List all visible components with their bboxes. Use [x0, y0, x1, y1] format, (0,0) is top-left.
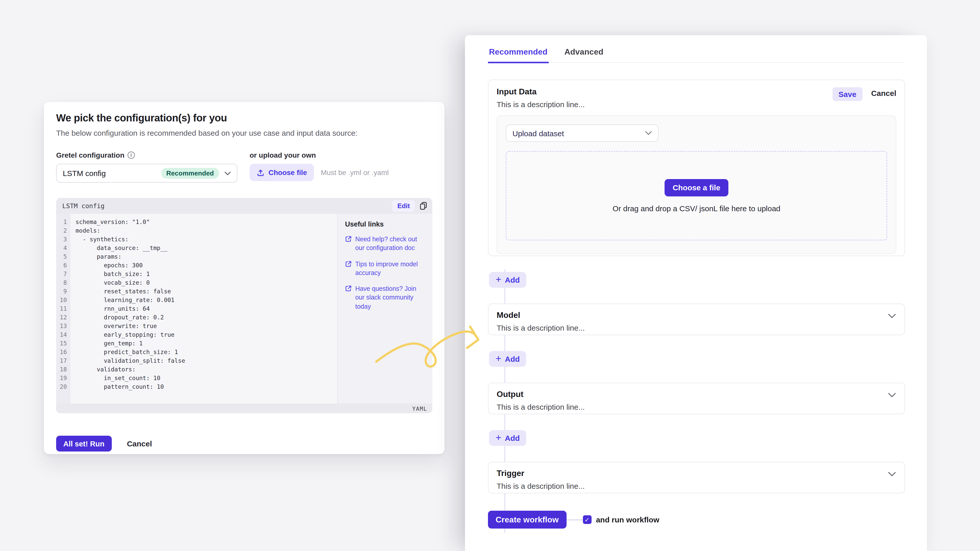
- chevron-down-icon[interactable]: [888, 314, 896, 318]
- useful-link[interactable]: Tips to improve model accuracy: [345, 260, 425, 278]
- code-line: overwrite: true: [76, 322, 337, 330]
- tab-recommended[interactable]: Recommended: [488, 48, 549, 63]
- plus-icon: +: [496, 354, 501, 363]
- external-link-icon: [345, 260, 352, 278]
- useful-link-label: Tips to improve model accuracy: [355, 260, 425, 278]
- section-title: Output: [496, 390, 896, 399]
- code-header: LSTM config Edit: [56, 198, 432, 214]
- line-number: 16: [56, 348, 70, 357]
- line-number: 6: [56, 261, 70, 270]
- section-title: Trigger: [496, 469, 896, 478]
- edit-button[interactable]: Edit: [392, 200, 415, 212]
- line-number: 14: [56, 330, 70, 339]
- chevron-down-icon: [645, 131, 652, 135]
- dataset-select[interactable]: Upload dataset: [506, 124, 659, 142]
- input-cancel-button[interactable]: Cancel: [871, 89, 896, 97]
- line-number: 13: [56, 322, 70, 330]
- config-label-row: Gretel configuration i: [56, 151, 237, 159]
- run-workflow-label[interactable]: and run workflow: [596, 515, 659, 524]
- input-data-card: Input Data This is a description line...…: [488, 79, 905, 256]
- checkbox-connector-line: [566, 519, 583, 520]
- useful-links-panel: Useful links Need help? check out our co…: [337, 214, 432, 403]
- code-line: models:: [76, 227, 337, 235]
- section-title: Model: [496, 311, 896, 320]
- line-number: 5: [56, 252, 70, 261]
- code-line: in_set_count: 10: [76, 374, 337, 383]
- code-line: gen_temp: 1: [76, 339, 337, 348]
- card-subtitle: The below configuration is recommended b…: [56, 129, 432, 137]
- useful-link[interactable]: Have questions? Join our slack community…: [345, 285, 425, 311]
- config-select[interactable]: LSTM config Recommended: [56, 164, 237, 183]
- line-number: 10: [56, 296, 70, 305]
- line-number: 11: [56, 305, 70, 313]
- code-line: reset_states: false: [76, 287, 337, 296]
- add-step-button-3[interactable]: +Add: [489, 430, 527, 446]
- section-card-trigger[interactable]: TriggerThis is a description line...: [488, 462, 905, 493]
- line-number: 15: [56, 339, 70, 348]
- useful-links-list: Need help? check out our configuration d…: [345, 235, 425, 311]
- code-line: schema_version: "1.0": [76, 218, 337, 227]
- app-background: We pick the configuration(s) for you The…: [0, 0, 980, 551]
- code-line: early_stopping: true: [76, 330, 337, 339]
- section-card-model[interactable]: ModelThis is a description line...: [488, 303, 905, 335]
- add-step-button-2[interactable]: +Add: [489, 351, 527, 367]
- input-data-description: This is a description line...: [496, 100, 832, 109]
- useful-link[interactable]: Need help? check out our configuration d…: [345, 235, 425, 253]
- section-description: This is a description line...: [496, 482, 896, 490]
- add-label: Add: [505, 354, 520, 363]
- code-line: pattern_count: 10: [76, 383, 337, 391]
- create-workflow-button[interactable]: Create workflow: [488, 511, 566, 529]
- code-line: epochs: 300: [76, 261, 337, 270]
- plus-icon: +: [496, 275, 501, 284]
- input-data-title: Input Data: [496, 87, 832, 97]
- line-number: 8: [56, 279, 70, 287]
- save-button[interactable]: Save: [832, 87, 862, 101]
- code-line: batch_size: 1: [76, 270, 337, 279]
- code-editor: 1234567891011121314151617181920 schema_v…: [56, 214, 432, 403]
- config-form-row: Gretel configuration i LSTM config Recom…: [56, 151, 432, 183]
- workflow-builder-panel: RecommendedAdvanced Input Data This is a…: [465, 35, 927, 551]
- add-step-button-1[interactable]: +Add: [489, 272, 527, 288]
- external-link-icon: [345, 285, 352, 311]
- code-line: rnn_units: 64: [76, 305, 337, 313]
- code-lines: schema_version: "1.0"models: - synthetic…: [70, 214, 337, 403]
- section-card-output[interactable]: OutputThis is a description line...: [488, 383, 905, 414]
- info-icon[interactable]: i: [127, 151, 135, 159]
- copy-button[interactable]: [420, 202, 428, 210]
- cancel-button[interactable]: Cancel: [127, 439, 152, 448]
- code-title: LSTM config: [62, 202, 392, 210]
- tab-advanced[interactable]: Advanced: [563, 48, 605, 63]
- line-number: 9: [56, 287, 70, 296]
- code-line: validation_split: false: [76, 357, 337, 365]
- useful-link-label: Have questions? Join our slack community…: [355, 285, 425, 311]
- add-label: Add: [505, 275, 520, 284]
- line-number: 7: [56, 270, 70, 279]
- upload-row: Choose file Must be .yml or .yaml: [250, 164, 389, 181]
- language-badge: YAML: [412, 405, 427, 411]
- section-description: This is a description line...: [496, 403, 896, 411]
- choose-a-file-button[interactable]: Choose a file: [665, 179, 729, 196]
- dataset-select-value: Upload dataset: [512, 129, 645, 138]
- chevron-down-icon[interactable]: [888, 393, 896, 397]
- useful-links-title: Useful links: [345, 221, 425, 228]
- code-line: validators:: [76, 365, 337, 374]
- tab-bar: RecommendedAdvanced: [488, 48, 905, 63]
- drop-hint: Or drag and drop a CSV/ jsonL file here …: [612, 204, 780, 213]
- choose-file-button[interactable]: Choose file: [250, 164, 314, 181]
- section-description: This is a description line...: [496, 324, 896, 332]
- file-dropzone[interactable]: Choose a file Or drag and drop a CSV/ js…: [506, 151, 887, 240]
- run-workflow-checkbox[interactable]: ✓: [583, 515, 591, 524]
- useful-link-label: Need help? check out our configuration d…: [355, 235, 425, 253]
- chevron-down-icon[interactable]: [888, 472, 896, 476]
- recommended-badge: Recommended: [161, 168, 219, 179]
- line-number: 18: [56, 365, 70, 374]
- run-button[interactable]: All set! Run: [56, 436, 111, 451]
- code-gutter: 1234567891011121314151617181920: [56, 214, 70, 403]
- line-number: 19: [56, 374, 70, 383]
- create-workflow-row: Create workflow ✓ and run workflow: [488, 511, 905, 529]
- choose-file-label: Choose file: [269, 168, 307, 176]
- gretel-config-field: Gretel configuration i LSTM config Recom…: [56, 151, 237, 183]
- line-number: 12: [56, 313, 70, 322]
- line-number: 2: [56, 227, 70, 235]
- upload-own-field: or upload your own Choose file Must be .…: [250, 151, 389, 183]
